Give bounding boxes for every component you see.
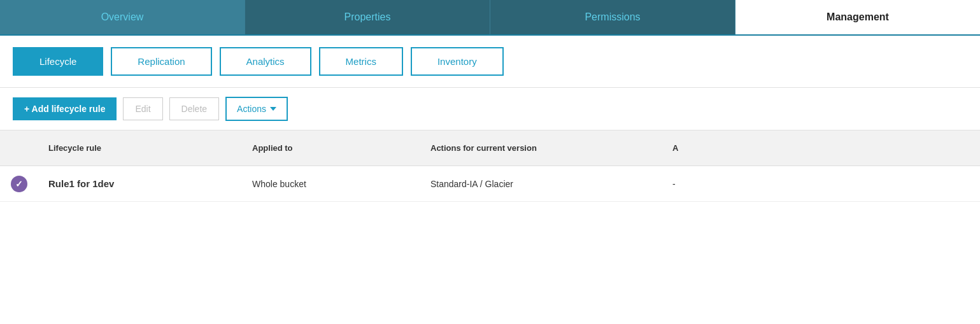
edit-button[interactable]: Edit [123, 97, 162, 120]
row-status-cell: ✓ [0, 167, 38, 201]
toolbar: + Add lifecycle rule Edit Delete Actions [0, 88, 980, 130]
tab-permissions[interactable]: Permissions [490, 0, 735, 34]
subtab-replication[interactable]: Replication [111, 47, 211, 76]
col-header-actions-version: Actions for current version [420, 138, 662, 158]
add-lifecycle-rule-button[interactable]: + Add lifecycle rule [13, 97, 117, 120]
tab-management[interactable]: Management [735, 0, 980, 34]
subtab-analytics[interactable]: Analytics [220, 47, 311, 76]
col-header-applied-to: Applied to [242, 138, 420, 158]
subtab-lifecycle[interactable]: Lifecycle [13, 47, 103, 76]
table-row[interactable]: ✓ Rule1 for 1dev Whole bucket Standard-I… [0, 166, 980, 202]
row-rule-name: Rule1 for 1dev [38, 169, 242, 198]
row-extra: - [662, 170, 980, 198]
top-nav-tabs: Overview Properties Permissions Manageme… [0, 0, 980, 36]
row-applied-to: Whole bucket [242, 170, 420, 198]
col-header-extra: A [662, 138, 980, 158]
table-header: Lifecycle rule Applied to Actions for cu… [0, 130, 980, 166]
delete-button[interactable]: Delete [169, 97, 219, 120]
tab-overview[interactable]: Overview [0, 0, 245, 34]
actions-dropdown-button[interactable]: Actions [225, 97, 288, 121]
col-header-checkbox [0, 138, 38, 158]
subtab-metrics[interactable]: Metrics [319, 47, 403, 76]
status-enabled-icon: ✓ [11, 176, 27, 192]
col-header-rule: Lifecycle rule [38, 138, 242, 158]
row-actions-version: Standard-IA / Glacier [420, 170, 662, 198]
lifecycle-table: Lifecycle rule Applied to Actions for cu… [0, 130, 980, 202]
chevron-down-icon [270, 107, 276, 111]
tab-properties[interactable]: Properties [245, 0, 490, 34]
subtab-inventory[interactable]: Inventory [411, 47, 504, 76]
sub-nav-tabs: Lifecycle Replication Analytics Metrics … [0, 36, 980, 88]
